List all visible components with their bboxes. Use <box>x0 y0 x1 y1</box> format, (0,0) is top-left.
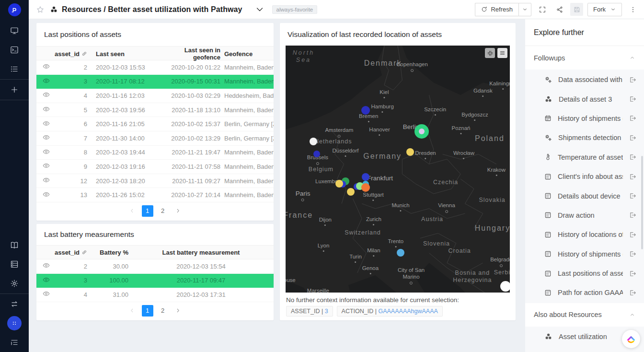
refresh-dropdown-button[interactable] <box>518 3 531 16</box>
asset-marker[interactable] <box>313 151 320 157</box>
chevron-down-icon[interactable] <box>255 5 264 14</box>
pagination-prev[interactable] <box>126 305 138 317</box>
eye-icon[interactable] <box>43 290 50 299</box>
followup-item[interactable]: History of shipments of as... <box>525 109 644 128</box>
chip-value[interactable]: 3 <box>325 308 328 315</box>
followup-item[interactable]: History of shipments of as... <box>525 245 644 264</box>
followup-item[interactable]: Client's info about asset 3 <box>525 167 644 186</box>
asset-marker[interactable] <box>310 138 317 145</box>
table-row[interactable]: 42020-11-16 12:032020-10-03 02:29Heddesh… <box>36 89 274 103</box>
eye-icon[interactable] <box>43 276 50 285</box>
export-icon[interactable] <box>629 134 636 141</box>
export-icon[interactable] <box>629 115 636 122</box>
eye-icon[interactable] <box>43 191 50 199</box>
asset-marker[interactable] <box>397 249 404 257</box>
asset-marker[interactable] <box>414 124 429 139</box>
asset-marker[interactable] <box>406 148 414 156</box>
pagination-page-2[interactable]: 2 <box>157 205 169 217</box>
table-row[interactable]: 132020-11-26 15:022020-10-27 10:14Mannhe… <box>36 188 274 202</box>
table-row[interactable]: 92020-12-03 19:162020-11-21 07:58Mannhei… <box>36 160 274 174</box>
sidebar-item-list[interactable] <box>5 59 24 79</box>
sidebar-item-apps[interactable] <box>5 314 24 333</box>
followup-item[interactable]: Data associated with actio... <box>525 70 644 89</box>
fork-button[interactable]: Fork <box>587 3 622 16</box>
table-row[interactable]: 22020-12-03 15:532020-10-20 01:22Mannhei… <box>36 60 274 75</box>
table-row[interactable]: 62020-11-16 21:052020-10-02 15:37Berlin,… <box>36 117 274 131</box>
export-icon[interactable] <box>629 289 636 296</box>
fullscreen-button[interactable] <box>536 3 549 16</box>
pagination-page-1[interactable]: 1 <box>142 305 153 317</box>
table-row[interactable]: 3100.002020-11-17 09:47 <box>36 274 274 288</box>
eye-icon[interactable] <box>43 106 50 114</box>
share-button[interactable] <box>553 3 566 16</box>
map-fit-button[interactable] <box>485 48 495 58</box>
more-menu-button[interactable] <box>626 3 639 16</box>
asset-marker[interactable] <box>361 183 370 192</box>
followup-item[interactable]: Path for action GAAAAAA... <box>525 283 644 302</box>
followup-item[interactable]: Temperature of asset 3 <box>525 148 644 167</box>
selection-chip-asset_id[interactable]: ASSET_ID | 3 <box>286 306 333 317</box>
asset-marker[interactable] <box>347 188 355 196</box>
pagination-prev[interactable] <box>126 205 138 217</box>
asset-marker[interactable] <box>361 106 370 115</box>
selection-chip-action_id[interactable]: ACTION_ID | GAAAAAAAhgwAAAA <box>337 306 443 317</box>
eye-icon[interactable] <box>43 91 50 100</box>
chip-value[interactable]: GAAAAAAAhgwAAAA <box>378 308 437 315</box>
export-icon[interactable] <box>629 211 636 219</box>
assets-map[interactable]: North SeaDenmarkCopenhagenKielKaliningra… <box>286 46 510 293</box>
eye-icon[interactable] <box>43 63 50 71</box>
sidebar-item-indent-list[interactable] <box>5 333 24 352</box>
export-icon[interactable] <box>629 192 636 199</box>
table-row[interactable]: 122020-12-03 18:202020-11-11 09:27Mannhe… <box>36 174 274 188</box>
followup-item[interactable]: Details about device <box>525 186 644 205</box>
sidebar-item-storage[interactable] <box>5 255 24 274</box>
eye-icon[interactable] <box>43 77 50 86</box>
eye-icon[interactable] <box>43 162 50 171</box>
pagination-page-2[interactable]: 2 <box>157 305 169 317</box>
scrollbar[interactable] <box>641 156 643 249</box>
eye-icon[interactable] <box>43 176 50 185</box>
eye-icon[interactable] <box>43 134 50 142</box>
asset-marker[interactable] <box>500 281 510 292</box>
sidebar-item-plus[interactable] <box>5 80 24 99</box>
eye-icon[interactable] <box>43 262 50 270</box>
section-header-also-about-resources[interactable]: Also about Resources <box>525 303 644 327</box>
sidebar-item-monitor[interactable] <box>5 21 24 40</box>
save-button[interactable] <box>570 3 583 16</box>
asset-marker[interactable] <box>362 173 369 181</box>
export-icon[interactable] <box>629 173 636 180</box>
map-menu-button[interactable] <box>497 48 507 58</box>
export-icon[interactable] <box>629 231 636 238</box>
followup-item[interactable]: Last positions of asset 3 <box>525 264 644 283</box>
sidebar-item-terminal[interactable] <box>5 40 24 59</box>
export-icon[interactable] <box>629 153 636 161</box>
followup-item[interactable]: Details of asset 3 <box>525 89 644 108</box>
table-row[interactable]: 230.002020-12-03 15:54 <box>36 259 274 274</box>
table-row[interactable]: 431.002020-12-03 17:31 <box>36 288 274 302</box>
export-icon[interactable] <box>629 76 636 83</box>
pagination-next[interactable] <box>172 305 184 317</box>
star-icon[interactable] <box>36 6 44 13</box>
table-row[interactable]: 82020-12-03 19:442020-11-21 19:47Mannhei… <box>36 146 274 160</box>
table-row[interactable]: 32020-11-17 08:122020-09-15 00:31Mannhei… <box>36 75 274 89</box>
table-cell: 2020-10-02 15:37 <box>156 120 220 128</box>
pagination-page-1[interactable]: 1 <box>142 205 153 217</box>
export-icon[interactable] <box>629 270 636 277</box>
followup-item[interactable]: Shipments detection of as... <box>525 128 644 147</box>
export-icon[interactable] <box>629 95 636 103</box>
followup-item[interactable]: Draw action <box>525 206 644 225</box>
followup-item[interactable]: History of locations of acti... <box>525 225 644 244</box>
clickup-badge[interactable] <box>622 330 640 348</box>
pagination-next[interactable] <box>172 205 184 217</box>
eye-icon[interactable] <box>43 120 50 129</box>
asset-marker[interactable] <box>335 180 343 188</box>
refresh-button[interactable]: Refresh <box>475 3 518 16</box>
export-icon[interactable] <box>629 250 636 258</box>
sidebar-item-book[interactable] <box>5 235 24 255</box>
table-row[interactable]: 52020-12-03 19:562020-11-18 13:10Mannhei… <box>36 103 274 117</box>
table-row[interactable]: 72020-11-30 14:002020-10-02 13:29Berlin,… <box>36 131 274 146</box>
section-header-followups[interactable]: Followups <box>525 46 644 70</box>
sidebar-item-gear[interactable] <box>5 274 24 293</box>
sidebar-item-swap[interactable] <box>5 294 24 314</box>
eye-icon[interactable] <box>43 148 50 157</box>
